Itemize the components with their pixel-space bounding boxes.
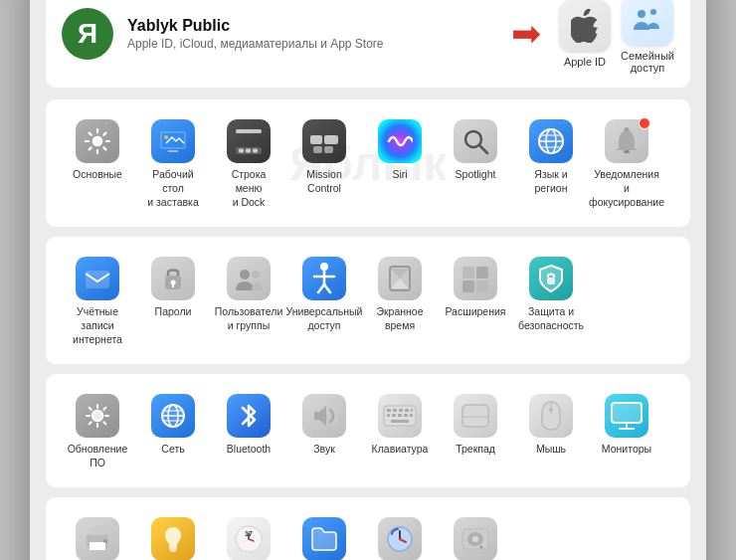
internet-item[interactable]: Учётныезаписи интернета <box>62 249 133 352</box>
spotlight-item[interactable]: Spotlight <box>440 111 511 215</box>
user-info: Yablyk Public Apple ID, iCloud, медиамат… <box>127 17 384 51</box>
trackpad-label: Трекпад <box>456 443 495 457</box>
startup-item[interactable]: Загрузочныйдиск <box>440 509 511 560</box>
notifications-item[interactable]: Уведомленияи фокусирование <box>591 111 662 215</box>
svg-point-25 <box>625 127 629 131</box>
svg-rect-13 <box>310 135 322 144</box>
datetime-item[interactable]: 17 Дата ивремя <box>213 509 284 560</box>
svg-rect-59 <box>404 414 408 417</box>
puzzle-icon <box>460 265 490 292</box>
trackpad-item[interactable]: Трекпад <box>440 386 511 475</box>
section1-grid: Основные Рабочий столи заставка <box>62 111 674 215</box>
network-label: Сеть <box>161 443 184 457</box>
svg-point-1 <box>650 9 656 15</box>
printers-icon <box>76 517 119 560</box>
keyboard-label: Клавиатура <box>372 443 429 457</box>
svg-rect-52 <box>393 409 397 412</box>
svg-point-65 <box>549 408 553 412</box>
svg-rect-41 <box>476 280 488 292</box>
spotlight-search-icon <box>461 127 489 155</box>
mission-item[interactable]: MissionControl <box>288 111 360 215</box>
menubar-icon <box>227 119 271 163</box>
svg-rect-24 <box>624 150 630 153</box>
desktop-icon <box>151 119 195 163</box>
general-item[interactable]: Основные <box>62 111 133 215</box>
siri-item[interactable]: Siri <box>364 111 436 215</box>
notification-badge <box>639 117 650 129</box>
softwareupdate-item[interactable]: ОбновлениеПО <box>62 386 133 475</box>
users-item[interactable]: Пользователии группы <box>213 249 284 352</box>
accessibility-person-icon <box>310 263 338 294</box>
user-section: Я Yablyk Public Apple ID, iCloud, медиам… <box>46 0 690 88</box>
security-label: Защита ибезопасность <box>518 305 584 332</box>
folder-share-icon <box>310 525 338 553</box>
general-icon <box>76 119 119 163</box>
svg-rect-8 <box>236 129 262 133</box>
sound-item[interactable]: Звук <box>288 386 360 475</box>
family-button[interactable]: Семейныйдоступ <box>621 0 674 74</box>
printer-icon <box>82 525 113 553</box>
section-accounts: Учётныезаписи интернета Пароли <box>46 237 690 364</box>
language-item[interactable]: Язык ирегион <box>515 111 587 215</box>
content-area: Я Yablyk Public Apple ID, iCloud, медиам… <box>30 0 706 560</box>
timemachine-icon <box>378 517 422 560</box>
svg-point-84 <box>472 536 478 542</box>
desktop-label: Рабочий столи заставка <box>141 168 205 209</box>
desktop-item[interactable]: Рабочий столи заставка <box>137 111 209 215</box>
bluetooth-label: Bluetooth <box>227 443 271 457</box>
menubar-item[interactable]: Строка менюи Dock <box>213 111 284 215</box>
notifications-label: Уведомленияи фокусирование <box>589 168 664 209</box>
svg-rect-26 <box>86 271 109 288</box>
svg-rect-55 <box>411 409 413 412</box>
keyboard-item[interactable]: Клавиатура <box>364 386 436 475</box>
svg-rect-16 <box>324 146 333 153</box>
battery-item[interactable]: Экономияэнергии <box>137 509 209 560</box>
passwords-item[interactable]: Пароли <box>137 249 209 352</box>
mission-label: MissionControl <box>306 168 342 195</box>
apple-id-button[interactable]: Apple ID <box>559 0 611 68</box>
network-icon <box>151 394 195 438</box>
section4-grid: Принтеры исканеры Экономияэнергии <box>62 509 674 560</box>
svg-line-35 <box>318 284 324 292</box>
section-general: Яблык Основные <box>46 99 690 227</box>
shield-lock-icon <box>538 264 564 293</box>
language-label: Язык ирегион <box>534 168 567 195</box>
svg-rect-15 <box>313 146 322 153</box>
extensions-label: Расширения <box>445 305 505 319</box>
datetime-icon: 17 <box>227 517 271 560</box>
screentime-icon <box>378 257 422 300</box>
svg-rect-74 <box>170 550 176 552</box>
spotlight-icon <box>454 119 497 163</box>
battery-icon <box>151 517 195 560</box>
trackpad-icon <box>454 394 497 438</box>
svg-rect-57 <box>392 414 396 417</box>
main-window: ‹ › ⊞ Системные настройки 🔍 Я Yablyk Pub… <box>30 0 706 560</box>
apple-logo-icon <box>571 9 599 43</box>
network-item[interactable]: Сеть <box>137 386 209 475</box>
screentime-item[interactable]: Экранноевремя <box>364 249 436 352</box>
user-subtitle: Apple ID, iCloud, медиаматериалы и App S… <box>127 37 384 51</box>
svg-rect-71 <box>90 542 105 550</box>
displays-label: Мониторы <box>602 443 651 457</box>
svg-line-36 <box>324 284 330 292</box>
displays-item[interactable]: Мониторы <box>591 386 662 475</box>
dock-menubar-icon <box>234 127 264 155</box>
extensions-item[interactable]: Расширения <box>440 249 511 352</box>
bluetooth-icon <box>227 394 271 438</box>
bluetooth-item[interactable]: Bluetooth <box>213 386 284 475</box>
timemachine-item[interactable]: TimeMachine <box>364 509 436 560</box>
sharing-item[interactable]: Общийдоступ <box>288 509 360 560</box>
svg-rect-11 <box>246 149 251 153</box>
svg-point-85 <box>480 546 483 549</box>
svg-rect-12 <box>253 149 258 153</box>
mouse-item[interactable]: Мышь <box>515 386 587 475</box>
security-item[interactable]: Защита ибезопасность <box>515 249 587 352</box>
svg-rect-38 <box>462 267 474 279</box>
accessibility-item[interactable]: Универсальныйдоступ <box>288 249 360 352</box>
svg-rect-60 <box>410 414 413 417</box>
section3-grid: ОбновлениеПО Сеть <box>62 386 674 475</box>
menubar-label: Строка менюи Dock <box>217 168 280 209</box>
printers-item[interactable]: Принтеры исканеры <box>62 509 133 560</box>
mouse-icon <box>529 394 573 438</box>
svg-rect-39 <box>476 267 488 279</box>
